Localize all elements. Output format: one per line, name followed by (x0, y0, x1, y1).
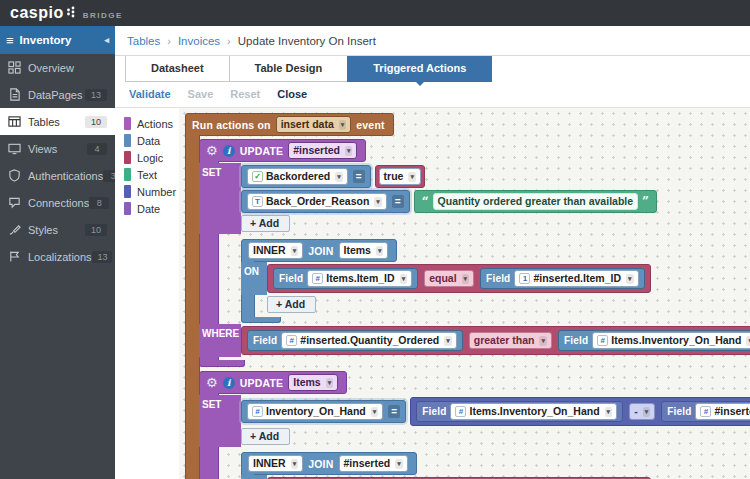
app-name: Inventory (20, 34, 72, 46)
logo-text: caspio (10, 4, 64, 22)
join-keyword: JOIN (308, 245, 333, 257)
validate-button[interactable]: Validate (129, 88, 171, 100)
sidebar-item-tables[interactable]: Tables 10 (0, 108, 115, 135)
chevron-down-icon: ▾ (395, 459, 403, 469)
sidebar-item-views[interactable]: Views 4 (0, 135, 115, 162)
reset-button[interactable]: Reset (230, 88, 260, 100)
styles-icon (8, 223, 21, 236)
join-type-dropdown[interactable]: INNER▾ (248, 455, 303, 472)
field-dropdown[interactable]: ##inserted.Quantity_Ordered▾ (281, 332, 456, 349)
field-block[interactable]: Field1#inserted.Item_ID▾ (480, 268, 644, 289)
field-dropdown[interactable]: #Items.Inventory_On_Hand▾ (450, 403, 617, 420)
sidebar-item-styles[interactable]: Styles 10 (0, 216, 115, 243)
save-button[interactable]: Save (188, 88, 214, 100)
number-field-icon: 1 (519, 273, 530, 284)
field-block[interactable]: Field#Items.Inventory_On_Hand▾ (558, 330, 750, 351)
add-set-row-button[interactable]: + Add (241, 215, 290, 232)
field-block[interactable]: Field##inserted.Quantity_Ordered▾ (661, 401, 750, 422)
close-button[interactable]: Close (277, 88, 307, 100)
breadcrumb-separator: › (227, 35, 231, 47)
assignment-inventory-on-hand[interactable]: #Inventory_On_Hand▾ = (241, 400, 406, 423)
add-set-row-button[interactable]: + Add (241, 428, 290, 445)
field-block[interactable]: Field#Items.Item_ID▾ (273, 268, 418, 289)
text-value[interactable]: Quantity ordered greater than available (433, 193, 638, 210)
sidebar-item-authentications[interactable]: Authentications 3 (0, 162, 115, 189)
join-type-dropdown[interactable]: INNER▾ (248, 242, 303, 259)
chevron-down-icon: ▾ (605, 407, 613, 417)
field-dropdown[interactable]: #Inventory_On_Hand▾ (247, 403, 383, 420)
info-icon[interactable]: i (223, 145, 235, 157)
category-color-chip (124, 185, 131, 198)
chevron-down-icon: ▾ (462, 274, 470, 284)
sidebar-item-overview[interactable]: Overview (0, 54, 115, 81)
category-color-chip (124, 117, 131, 130)
event-dropdown[interactable]: insert data▾ (276, 116, 352, 133)
palette-category-data[interactable]: Data (124, 134, 179, 147)
arithmetic-block[interactable]: Field#Items.Inventory_On_Hand▾ -▾ Field#… (410, 397, 750, 426)
text-value-block[interactable]: “ Quantity ordered greater than availabl… (414, 190, 657, 213)
field-dropdown[interactable]: 1#inserted.Item_ID▾ (514, 270, 638, 287)
chevron-down-icon: ▾ (400, 274, 408, 284)
checkbox-icon: ✓ (252, 171, 263, 182)
assignment-backordered[interactable]: ✓Backordered▾ = (241, 165, 371, 188)
where-condition[interactable]: Field##inserted.Quantity_Ordered▾ greate… (241, 326, 750, 355)
table-dropdown[interactable]: #inserted▾ (288, 142, 357, 159)
sidebar-item-localizations[interactable]: Localizations 13 (0, 243, 115, 270)
chevron-down-icon: ▾ (444, 336, 452, 346)
field-block[interactable]: Field#Items.Inventory_On_Hand▾ (416, 401, 623, 422)
table-dropdown[interactable]: Items▾ (288, 374, 338, 391)
sidebar-header[interactable]: ≡ Inventory ◂ (0, 26, 115, 54)
chevron-down-icon: ▾ (335, 172, 343, 182)
quote-open-icon: “ (422, 196, 429, 208)
sidebar-item-datapages[interactable]: DataPages 13 (0, 81, 115, 108)
join-block-1[interactable]: INNER▾ JOIN Items▾ ON (241, 239, 651, 323)
breadcrumb-tables-link[interactable]: Tables (127, 35, 160, 47)
field-dropdown[interactable]: TBack_Order_Reason▾ (247, 193, 387, 210)
run-actions-label: Run actions on (192, 119, 271, 131)
category-color-chip (124, 134, 131, 147)
set-label: SET (202, 399, 221, 410)
field-block[interactable]: Field##inserted.Quantity_Ordered▾ (247, 330, 463, 351)
palette-category-text[interactable]: Text (124, 168, 179, 181)
block-canvas[interactable]: Run actions on insert data▾ event ⚙ i UP… (179, 108, 750, 479)
gear-icon[interactable]: ⚙ (206, 144, 218, 157)
dashboard-icon (8, 61, 21, 74)
add-join-button[interactable]: + Add (267, 296, 316, 313)
where-label: WHERE (202, 328, 239, 339)
join-table-dropdown[interactable]: #inserted▾ (339, 455, 408, 472)
join-table-dropdown[interactable]: Items▾ (339, 242, 389, 259)
chevron-down-icon: ▾ (626, 274, 634, 284)
boolean-dropdown[interactable]: true▾ (379, 168, 421, 185)
info-icon[interactable]: i (223, 377, 235, 389)
join-condition[interactable]: Field#Items.Item_ID▾ equal▾ Field1#inser… (267, 264, 651, 293)
operator-dropdown[interactable]: greater than▾ (469, 332, 552, 349)
breadcrumb-invoices-link[interactable]: Invoices (178, 35, 220, 47)
hamburger-icon[interactable]: ≡ (6, 33, 14, 48)
logo-bridge-label: BRIDGE (83, 11, 123, 20)
collapse-sidebar-icon[interactable]: ◂ (104, 35, 109, 45)
tab-datasheet[interactable]: Datasheet (125, 56, 230, 82)
join-block-2[interactable]: INNER▾ JOIN #inserted▾ ON (241, 452, 651, 479)
update-block-1[interactable]: ⚙ i UPDATE #inserted▾ SET (199, 139, 750, 367)
field-dropdown[interactable]: ##inserted.Quantity_Ordered▾ (695, 403, 750, 420)
field-dropdown[interactable]: #Items.Item_ID▾ (307, 270, 412, 287)
palette-category-logic[interactable]: Logic (124, 151, 179, 164)
tab-triggered-actions[interactable]: Triggered Actions (347, 56, 492, 82)
math-operator-dropdown[interactable]: -▾ (629, 403, 655, 420)
flag-icon (8, 250, 21, 263)
gear-icon[interactable]: ⚙ (206, 376, 218, 389)
value-block-true[interactable]: true▾ (375, 165, 425, 188)
connections-icon (8, 196, 21, 209)
assignment-back-order-reason[interactable]: TBack_Order_Reason▾ = (241, 190, 410, 213)
operator-dropdown[interactable]: equal▾ (424, 270, 474, 287)
palette-category-number[interactable]: Number (124, 185, 179, 198)
run-actions-block[interactable]: Run actions on insert data▾ event ⚙ i UP… (185, 113, 750, 479)
palette-category-actions[interactable]: Actions (124, 117, 179, 130)
field-dropdown[interactable]: ✓Backordered▾ (247, 168, 348, 185)
text-field-icon: T (252, 196, 263, 207)
palette-category-date[interactable]: Date (124, 202, 179, 215)
field-dropdown[interactable]: #Items.Inventory_On_Hand▾ (592, 332, 750, 349)
tab-table-design[interactable]: Table Design (229, 56, 349, 82)
sidebar-item-connections[interactable]: Connections 8 (0, 189, 115, 216)
update-block-2[interactable]: ⚙ i UPDATE Items▾ SET #In (199, 371, 750, 479)
